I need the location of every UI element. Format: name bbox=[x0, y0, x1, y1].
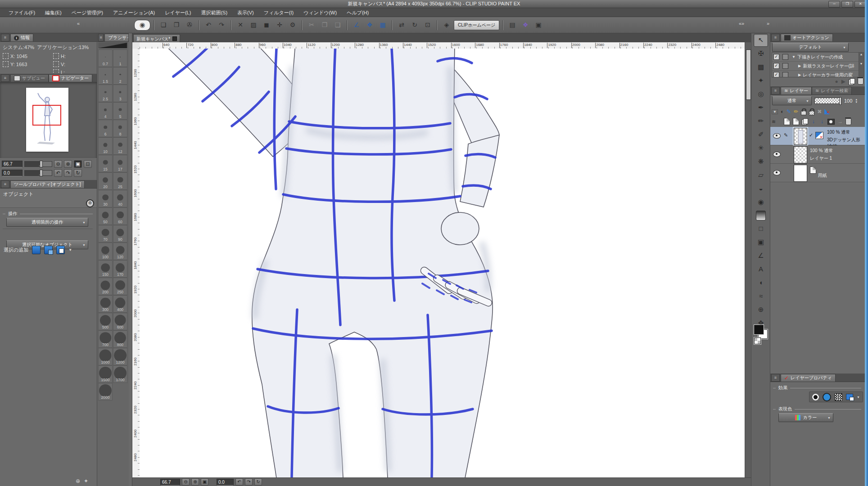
eyedropper-tool[interactable]: ◎ bbox=[754, 88, 768, 101]
panel-menu-icon[interactable]: ≡ bbox=[771, 374, 780, 382]
layer-filter-icon[interactable]: ≋ bbox=[772, 119, 776, 125]
layer-thumbnail[interactable] bbox=[794, 165, 807, 182]
settings-icon[interactable]: ⚙ bbox=[287, 20, 298, 31]
brush-size-cell[interactable]: 1700 bbox=[113, 365, 127, 383]
auto-action-item[interactable]: ✓▶新規ラスターレイヤー(詳 bbox=[772, 62, 863, 71]
snap-ruler-icon[interactable]: ∠ bbox=[351, 20, 362, 31]
brush-size-cell[interactable]: 70 bbox=[98, 225, 113, 243]
status-rotate-right-icon[interactable]: ↷ bbox=[245, 478, 253, 486]
merge-down-icon[interactable]: ↓ bbox=[819, 119, 825, 125]
panel-menu-icon[interactable]: ≡ bbox=[771, 87, 780, 94]
clip-studio-logo[interactable]: ◉ bbox=[134, 20, 150, 31]
brush-size-cell[interactable]: 120 bbox=[113, 243, 127, 260]
new-vector-layer-icon[interactable] bbox=[793, 118, 799, 125]
apply-mask-icon[interactable]: → bbox=[837, 118, 843, 125]
action-dialog-checkbox[interactable] bbox=[782, 54, 788, 60]
brush-size-cell[interactable]: 1500 bbox=[98, 365, 113, 383]
rotate-view-icon[interactable]: ↻ bbox=[409, 20, 420, 31]
material-3d-icon[interactable]: ❖ bbox=[520, 20, 531, 31]
status-rotation-value[interactable]: 0.0 bbox=[217, 479, 234, 486]
gradient-tool[interactable] bbox=[756, 211, 766, 220]
opacity-slider[interactable] bbox=[814, 98, 841, 104]
reset-view-icon[interactable]: ⊡ bbox=[422, 20, 434, 31]
layer-thumbnail[interactable] bbox=[794, 146, 807, 163]
opacity-spinner[interactable]: ▲▼ bbox=[855, 98, 858, 104]
action-expand-icon[interactable]: ▼ bbox=[792, 55, 796, 59]
action-set-dropdown[interactable]: デフォルト▼ bbox=[772, 43, 849, 52]
auto-select-tool[interactable]: ✦ bbox=[754, 74, 768, 87]
panel-menu-icon[interactable]: ≡ bbox=[1, 180, 9, 188]
combine-mode-icon[interactable]: ▼ bbox=[772, 109, 778, 114]
open-file-icon[interactable]: ❐ bbox=[171, 20, 182, 31]
balloon-tool[interactable]: ◖ bbox=[754, 276, 768, 289]
tab-info[interactable]: i 情報 bbox=[10, 34, 33, 41]
layer-row[interactable]: 用紙 bbox=[770, 164, 865, 182]
navigator-rotation-slider[interactable] bbox=[24, 170, 52, 176]
collapse-left-icon[interactable]: « bbox=[76, 19, 81, 28]
flip-view-icon[interactable]: ⇄ bbox=[396, 20, 407, 31]
snap-grid-icon[interactable]: ▦ bbox=[377, 20, 389, 31]
screen-tone-effect-icon[interactable] bbox=[835, 393, 842, 401]
brush-size-cell[interactable]: 60 bbox=[113, 207, 127, 225]
brush-size-cell[interactable]: 6 bbox=[98, 120, 113, 137]
collapse-canvas-icon[interactable]: «» bbox=[737, 19, 746, 28]
tone-effect-icon[interactable] bbox=[823, 393, 831, 401]
subtract-selection-icon[interactable] bbox=[56, 246, 65, 254]
brush-size-cell[interactable]: 17 bbox=[113, 155, 127, 172]
fit-to-screen-icon[interactable]: ▣ bbox=[74, 160, 82, 168]
zoom-out-icon[interactable]: ⊖ bbox=[54, 160, 62, 168]
draft-layer-icon[interactable]: ✎ bbox=[787, 108, 791, 115]
brush-size-cell[interactable]: 1000 bbox=[98, 348, 113, 365]
collapse-right-icon[interactable]: » bbox=[765, 19, 771, 28]
canvas-tab-close-icon[interactable] bbox=[172, 36, 177, 41]
brush-size-cell[interactable]: 700 bbox=[98, 330, 113, 348]
main-color-chip[interactable] bbox=[754, 325, 764, 334]
status-zoom-out-icon[interactable]: ⊖ bbox=[182, 478, 190, 486]
action-list-scrollbar[interactable]: ▲▼ bbox=[859, 52, 864, 76]
panel-footer-hint-icon[interactable]: ✦ bbox=[84, 478, 88, 484]
layer-move-tool[interactable]: ✠ bbox=[754, 47, 768, 60]
brush-size-cell[interactable]: 25 bbox=[113, 172, 127, 190]
navigator-zoom-value[interactable]: 66.7 bbox=[2, 161, 23, 167]
status-reset-rotation-icon[interactable]: ↻ bbox=[254, 478, 262, 486]
pencil-icon[interactable]: ✏ bbox=[794, 108, 798, 115]
snap-special-ruler-icon[interactable]: ❖ bbox=[364, 20, 375, 31]
decoration-tool[interactable]: ❋ bbox=[754, 155, 768, 168]
brush-size-cell[interactable]: 20 bbox=[98, 172, 113, 190]
brush-tool[interactable]: ✐ bbox=[754, 128, 768, 141]
brush-size-cell[interactable]: 50 bbox=[98, 207, 113, 225]
action-dialog-checkbox[interactable] bbox=[782, 72, 788, 77]
navigator-zoom-slider[interactable] bbox=[24, 161, 52, 167]
rotate-right-icon[interactable]: ↷ bbox=[64, 169, 72, 177]
menu-item[interactable]: 編集(E) bbox=[40, 8, 67, 17]
selection-tool[interactable]: ▩ bbox=[754, 61, 768, 74]
tab-brush-size[interactable]: ブラシサイズ bbox=[104, 34, 129, 41]
action-checkbox[interactable]: ✓ bbox=[773, 54, 779, 60]
wrench-icon[interactable]: ⚙ bbox=[86, 199, 94, 207]
brush-size-cell[interactable]: 1 bbox=[113, 50, 127, 67]
tab-layer-search[interactable]: ≋ レイヤー検索 bbox=[812, 87, 852, 94]
brush-size-cell[interactable]: 800 bbox=[113, 330, 127, 348]
canvas-paper[interactable] bbox=[140, 49, 745, 478]
canvas-tab[interactable]: 新規キャンバス* bbox=[133, 34, 180, 43]
new-raster-layer-icon[interactable] bbox=[784, 118, 790, 125]
brush-size-cell[interactable]: 600 bbox=[113, 313, 127, 330]
blend-tool[interactable]: ◒ bbox=[754, 182, 768, 195]
navigator-rotation-value[interactable]: 0.0 bbox=[2, 170, 23, 176]
layer-visible-icon[interactable] bbox=[773, 133, 781, 139]
transparent-color-chip[interactable] bbox=[754, 338, 761, 344]
rotate-left-icon[interactable]: ↶ bbox=[54, 169, 62, 177]
open-clip-studio-icon[interactable]: ◈ bbox=[441, 20, 452, 31]
border-effect-icon[interactable] bbox=[812, 394, 819, 400]
chevron-down-icon[interactable]: ▼ bbox=[857, 396, 860, 399]
zoom-in-icon[interactable]: ⊕ bbox=[64, 160, 72, 168]
blend-mode-dropdown[interactable]: 通常▼ bbox=[772, 96, 812, 105]
add-selection-icon[interactable] bbox=[44, 246, 53, 254]
layer-row[interactable]: 100 % 通常レイヤー 1 bbox=[770, 145, 865, 164]
ruler-tool[interactable]: ∠ bbox=[754, 249, 768, 262]
pen-tool[interactable]: ✒ bbox=[754, 101, 768, 114]
menu-item[interactable]: ページ管理(P) bbox=[67, 8, 108, 17]
pencil-tool[interactable]: ✏ bbox=[754, 115, 768, 128]
new-file-icon[interactable]: ❏ bbox=[158, 20, 169, 31]
airbrush-tool[interactable]: ✳ bbox=[754, 142, 768, 155]
